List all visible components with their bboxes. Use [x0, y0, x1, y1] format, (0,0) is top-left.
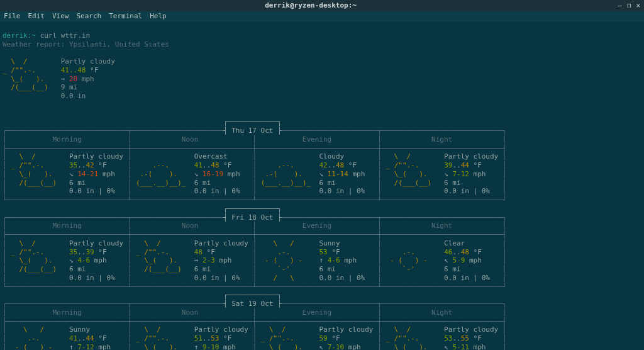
menubar: File Edit View Search Terminal Help [0, 11, 644, 21]
maximize-button[interactable]: ❐ [627, 1, 631, 10]
menu-view[interactable]: View [51, 12, 70, 21]
menu-search[interactable]: Search [75, 12, 103, 21]
prompt-sep: :~ [28, 31, 36, 40]
forecast-day: ┌────────────┐ ┌────────────────────────… [3, 118, 641, 205]
forecast-day: ┌────────────┐ ┌────────────────────────… [3, 291, 641, 350]
close-button[interactable]: ✕ [636, 1, 640, 10]
prompt-user: derrik [3, 31, 28, 40]
menu-help[interactable]: Help [148, 12, 168, 21]
forecast-day: ┌────────────┐ ┌────────────────────────… [3, 205, 641, 291]
window-title: derrik@ryzen-desktop:~ [4, 1, 618, 10]
titlebar: derrik@ryzen-desktop:~ — ❐ ✕ [0, 0, 644, 11]
current-weather-block: \ / Partly cloudy _ /"".-. 41..48 °F \_(… [3, 57, 641, 101]
menu-terminal[interactable]: Terminal [108, 12, 143, 21]
forecast-tables: ┌────────────┐ ┌────────────────────────… [3, 118, 641, 350]
window-buttons: — ❐ ✕ [618, 1, 640, 10]
minimize-button[interactable]: — [618, 1, 622, 10]
terminal-output[interactable]: derrik:~ curl wttr.in Weather report: Yp… [0, 21, 644, 350]
command-text: curl wttr.in [40, 31, 90, 40]
menu-edit[interactable]: Edit [27, 12, 47, 21]
report-header: Weather report: Ypsilanti, United States [3, 40, 169, 48]
menu-file[interactable]: File [3, 12, 22, 21]
